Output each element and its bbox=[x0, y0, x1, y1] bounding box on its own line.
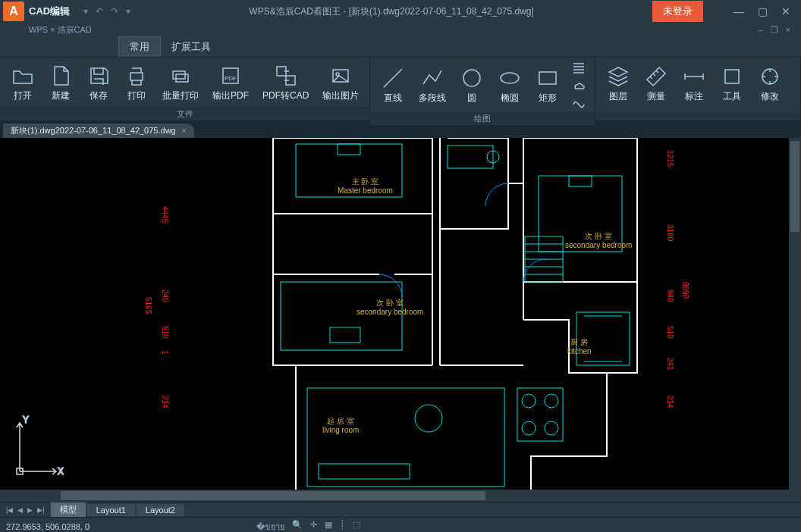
layout-first-icon[interactable]: |◀ bbox=[6, 506, 13, 514]
minimize-icon[interactable]: — bbox=[733, 5, 744, 17]
status-sep: ┊ bbox=[340, 520, 345, 533]
svg-rect-9 bbox=[725, 70, 739, 83]
polyline-button[interactable]: 多段线 bbox=[413, 64, 452, 106]
status-ortho-icon[interactable]: ⬚ bbox=[353, 520, 360, 533]
child-restore-icon[interactable]: ❐ bbox=[771, 25, 778, 35]
status-zoom-icon[interactable]: 🔍 bbox=[292, 520, 303, 533]
svg-point-22 bbox=[522, 394, 536, 408]
tools-button[interactable]: 工具 bbox=[714, 63, 750, 105]
hatch-icon[interactable] bbox=[572, 62, 586, 76]
svg-text:Y: Y bbox=[23, 415, 29, 425]
svg-rect-14 bbox=[330, 327, 360, 343]
status-snap-icon[interactable]: ✛ bbox=[310, 520, 317, 533]
child-close-icon[interactable]: × bbox=[786, 25, 790, 35]
svg-point-24 bbox=[522, 421, 536, 435]
svg-rect-19 bbox=[319, 464, 410, 479]
new-button[interactable]: 新建 bbox=[42, 62, 79, 104]
login-button[interactable]: 未登录 bbox=[652, 1, 703, 22]
ellipse-button[interactable]: 椭圆 bbox=[492, 64, 528, 106]
svg-rect-8 bbox=[539, 72, 556, 84]
svg-point-25 bbox=[545, 421, 558, 435]
layout-tab-model[interactable]: 模型 bbox=[51, 502, 86, 517]
qat-dropdown-icon[interactable]: ▾ bbox=[83, 6, 88, 17]
vertical-scrollbar[interactable] bbox=[789, 138, 801, 502]
svg-text:X: X bbox=[58, 466, 64, 477]
layout-tab-strip: |◀ ◀ ▶ ▶| 模型 Layout1 Layout2 bbox=[0, 502, 801, 517]
window-title: WPS&浩辰CAD看图王 - [新块(1).dwg2022-07-06_11_0… bbox=[130, 5, 652, 18]
document-tab-close-icon[interactable]: × bbox=[182, 127, 187, 135]
open-button[interactable]: 打开 bbox=[5, 62, 41, 104]
annotate-button[interactable]: 标注 bbox=[676, 63, 712, 105]
title-bar: A CAD编辑 ▾ ↶ ↷ ▾ WPS&浩辰CAD看图王 - [新块(1).dw… bbox=[0, 0, 801, 23]
circle-button[interactable]: 圆 bbox=[454, 64, 490, 106]
export-image-button[interactable]: 输出图片 bbox=[316, 62, 365, 104]
cloud-icon[interactable] bbox=[572, 78, 586, 92]
tab-common[interactable]: 常用 bbox=[118, 36, 161, 57]
measure-button[interactable]: 测量 bbox=[638, 63, 674, 105]
document-tab[interactable]: 新块(1).dwg2022-07-06_11_08_42_075.dwg× bbox=[3, 124, 194, 138]
status-grid-icon[interactable]: ▦ bbox=[325, 520, 332, 533]
svg-rect-12 bbox=[338, 144, 360, 155]
batch-print-button[interactable]: 批量打印 bbox=[156, 62, 205, 104]
layout-next-icon[interactable]: ▶ bbox=[27, 506, 33, 514]
app-subtitle: WPS × 浩辰CAD bbox=[29, 24, 92, 36]
ribbon: 打开 新建 保存 打印 批量打印 PDF输出PDF PDF转CAD 输出图片 文… bbox=[0, 58, 801, 121]
svg-point-5 bbox=[336, 73, 339, 76]
drawing-canvas[interactable]: 主 卧 室Master bedroom 次 卧 室secondary bedro… bbox=[0, 138, 801, 502]
svg-point-23 bbox=[545, 394, 558, 408]
close-icon[interactable]: ✕ bbox=[781, 5, 790, 17]
layer-button[interactable]: 图层 bbox=[600, 63, 636, 105]
tab-extend[interactable]: 扩展工具 bbox=[161, 37, 221, 57]
status-bar: 272.9653, 506.0288, 0 �ขยาย 🔍 ✛ ▦ ┊ ⬚ bbox=[0, 517, 801, 532]
child-minimize-icon[interactable]: – bbox=[758, 25, 762, 35]
pdf-to-cad-button[interactable]: PDF转CAD bbox=[256, 62, 315, 104]
spline-icon[interactable] bbox=[572, 94, 586, 108]
save-button[interactable]: 保存 bbox=[80, 62, 117, 104]
app-logo-icon: A bbox=[3, 2, 24, 21]
maximize-icon[interactable]: ▢ bbox=[758, 5, 768, 17]
svg-rect-18 bbox=[307, 388, 504, 487]
subtitle-bar: WPS × 浩辰CAD – ❐ × bbox=[0, 23, 801, 36]
export-pdf-button[interactable]: PDF输出PDF bbox=[206, 62, 255, 104]
coordinates-readout: 272.9653, 506.0288, 0 bbox=[6, 522, 90, 531]
horizontal-scrollbar[interactable] bbox=[0, 490, 789, 502]
ribbon-group-file-label: 文件 bbox=[0, 108, 369, 120]
ucs-icon: X Y bbox=[11, 412, 64, 480]
svg-point-20 bbox=[415, 405, 442, 432]
quick-access-toolbar: ▾ ↶ ↷ ▾ bbox=[83, 6, 130, 17]
svg-rect-16 bbox=[569, 176, 592, 186]
floor-plan-drawing bbox=[265, 138, 705, 494]
print-button[interactable]: 打印 bbox=[118, 62, 155, 104]
layout-last-icon[interactable]: ▶| bbox=[37, 506, 44, 514]
svg-text:PDF: PDF bbox=[225, 75, 237, 82]
layout-prev-icon[interactable]: ◀ bbox=[17, 506, 23, 514]
svg-point-6 bbox=[463, 70, 480, 86]
undo-icon[interactable]: ↶ bbox=[96, 6, 103, 17]
rectangle-button[interactable]: 矩形 bbox=[529, 64, 566, 106]
ribbon-tab-strip: 常用 扩展工具 bbox=[0, 36, 801, 58]
app-name: CAD编辑 bbox=[29, 5, 70, 18]
line-button[interactable]: 直线 bbox=[375, 64, 411, 106]
svg-rect-26 bbox=[448, 146, 493, 168]
redo-icon[interactable]: ↷ bbox=[111, 6, 118, 17]
modify-button[interactable]: 修改 bbox=[752, 63, 788, 105]
ribbon-group-draw-label: 绘图 bbox=[370, 112, 595, 125]
svg-point-7 bbox=[501, 73, 519, 83]
status-pan-icon[interactable]: �ขยาย bbox=[256, 520, 284, 533]
layout-tab-2[interactable]: Layout2 bbox=[137, 504, 184, 516]
layout-tab-1[interactable]: Layout1 bbox=[87, 504, 135, 516]
